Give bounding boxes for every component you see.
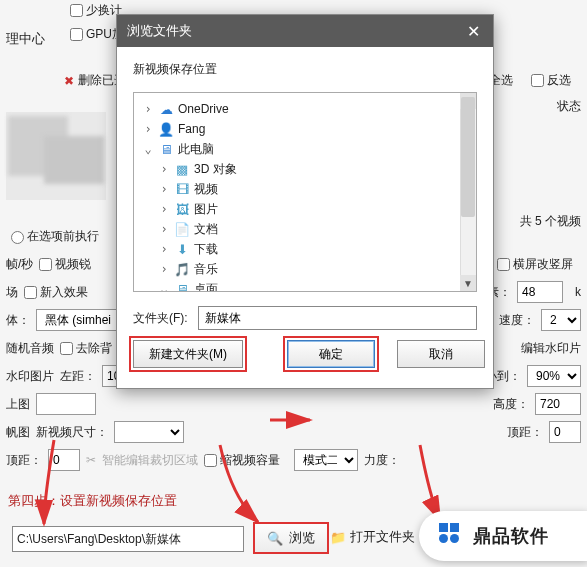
tree-documents[interactable]: ›📄文档 (138, 219, 472, 239)
scissors-icon: ✂ (86, 453, 96, 467)
browse-button[interactable]: 🔍 浏览 (253, 522, 329, 554)
picture-icon: 🖼 (174, 201, 190, 217)
expand-icon[interactable]: › (158, 162, 170, 176)
tree-3dobjects[interactable]: ›▩3D 对象 (138, 159, 472, 179)
tree-pictures[interactable]: ›🖼图片 (138, 199, 472, 219)
font-label: 体： (6, 312, 30, 329)
folder-open-icon: 📁 (330, 530, 346, 545)
tree-onedrive[interactable]: ›☁OneDrive (138, 99, 472, 119)
upper-image-input[interactable] (36, 393, 96, 415)
scale-select[interactable]: 90% (527, 365, 581, 387)
top-margin-input[interactable] (549, 421, 581, 443)
cb-insert-effect[interactable]: 新入效果 (24, 284, 88, 301)
edit-wm-label: 编辑水印片 (521, 340, 581, 357)
thumbnail-preview-2 (44, 136, 104, 184)
strength-label: 力度： (364, 452, 400, 469)
cb-compress[interactable]: 缩视频容量 (204, 452, 280, 469)
expand-icon[interactable]: › (142, 102, 154, 116)
top-margin-label: 顶距： (507, 424, 543, 441)
open-folder-label: 打开文件夹 (350, 528, 415, 546)
step4-label: 第四步：设置新视频保存位置 (8, 492, 177, 510)
open-folder-link[interactable]: 📁 打开文件夹 (330, 528, 415, 546)
folder-search-icon: 🔍 (267, 531, 283, 546)
mode-select[interactable]: 模式二 (294, 449, 358, 471)
svg-rect-1 (450, 523, 459, 532)
height-label: 高度： (493, 396, 529, 413)
svg-point-2 (439, 534, 448, 543)
dialog-titlebar[interactable]: 浏览文件夹 ✕ (117, 15, 493, 47)
tree-user[interactable]: ›👤Fang (138, 119, 472, 139)
expand-icon[interactable]: › (158, 262, 170, 276)
status-label: 状态 (557, 98, 581, 115)
expand-icon[interactable]: › (158, 242, 170, 256)
cb-few-swap[interactable]: 少换计 (70, 2, 122, 19)
delete-icon[interactable]: ✖ (64, 74, 74, 88)
tree-videos[interactable]: ›🎞视频 (138, 179, 472, 199)
tree-thispc[interactable]: ⌄🖥此电脑 (138, 139, 472, 159)
left-margin-label: 左距： (60, 368, 96, 385)
expand-icon[interactable]: › (158, 182, 170, 196)
aux-image-label: 帆图 (6, 424, 30, 441)
mgmt-center-label: 理中心 (6, 30, 45, 48)
browse-folder-dialog: 浏览文件夹 ✕ 新视频保存位置 ›☁OneDrive ›👤Fang ⌄🖥此电脑 … (116, 14, 494, 389)
cb-invert-selection[interactable]: 反选 (531, 72, 571, 89)
speed-label: 速度： (499, 312, 535, 329)
brand-badge: 鼎品软件 (419, 511, 587, 561)
svg-rect-0 (439, 523, 448, 532)
fps-label: 帧/秒 (6, 256, 33, 273)
dialog-subtitle: 新视频保存位置 (133, 61, 477, 78)
brand-text: 鼎品软件 (473, 524, 549, 548)
new-folder-button[interactable]: 新建文件夹(M) (133, 340, 243, 368)
collapse-icon[interactable]: ⌄ (142, 142, 154, 156)
cancel-button[interactable]: 取消 (397, 340, 485, 368)
tree-desktop[interactable]: ⌄🖥桌面 (138, 279, 472, 292)
video-icon: 🎞 (174, 181, 190, 197)
collapse-icon[interactable]: ⌄ (158, 282, 170, 292)
document-icon: 📄 (174, 221, 190, 237)
cloud-icon: ☁ (158, 101, 174, 117)
expand-icon[interactable]: › (158, 202, 170, 216)
scrollbar-thumb[interactable] (461, 97, 475, 217)
expand-icon[interactable]: › (142, 122, 154, 136)
wm-img-label: 水印图片 (6, 368, 54, 385)
close-button[interactable]: ✕ (453, 15, 493, 47)
brand-icon (435, 519, 463, 554)
smart-crop-label: 智能编辑裁切区域 (102, 452, 198, 469)
speed-select[interactable]: 2 (541, 309, 581, 331)
save-path-display[interactable]: C:\Users\Fang\Desktop\新媒体 (12, 526, 244, 552)
folder-tree[interactable]: ›☁OneDrive ›👤Fang ⌄🖥此电脑 ›▩3D 对象 ›🎞视频 ›🖼图… (133, 92, 477, 292)
new-size-label: 新视频尺寸： (36, 424, 108, 441)
tree-scrollbar[interactable]: ▲ ▼ (460, 93, 476, 291)
close-icon: ✕ (467, 22, 480, 41)
svg-point-3 (450, 534, 459, 543)
folder-field-label: 文件夹(F): (133, 310, 188, 327)
browse-label: 浏览 (289, 529, 315, 547)
tree-music[interactable]: ›🎵音乐 (138, 259, 472, 279)
pixel-input[interactable] (517, 281, 563, 303)
expand-icon[interactable]: › (158, 222, 170, 236)
scene-label: 场 (6, 284, 18, 301)
margin-input[interactable] (48, 449, 80, 471)
folder-name-input[interactable] (198, 306, 477, 330)
cb-remove-bg[interactable]: 去除背 (60, 340, 112, 357)
scroll-down-icon[interactable]: ▼ (460, 275, 476, 291)
height-input[interactable] (535, 393, 581, 415)
margin2-label: 顶距： (6, 452, 42, 469)
random-audio-label: 随机音频 (6, 340, 54, 357)
new-size-select[interactable] (114, 421, 184, 443)
pc-icon: 🖥 (158, 141, 174, 157)
upper-image-label: 上图 (6, 396, 30, 413)
k-label: k (575, 285, 581, 299)
music-icon: 🎵 (174, 261, 190, 277)
radio-run-before[interactable]: 在选项前执行 (6, 228, 99, 245)
cube-icon: ▩ (174, 161, 190, 177)
dialog-title: 浏览文件夹 (127, 22, 192, 40)
tree-downloads[interactable]: ›⬇下载 (138, 239, 472, 259)
download-icon: ⬇ (174, 241, 190, 257)
ok-button[interactable]: 确定 (287, 340, 375, 368)
desktop-icon: 🖥 (174, 281, 190, 292)
user-icon: 👤 (158, 121, 174, 137)
cb-video-sharpen[interactable]: 视频锐 (39, 256, 91, 273)
cb-horiz-to-vert[interactable]: 横屏改竖屏 (497, 256, 573, 273)
